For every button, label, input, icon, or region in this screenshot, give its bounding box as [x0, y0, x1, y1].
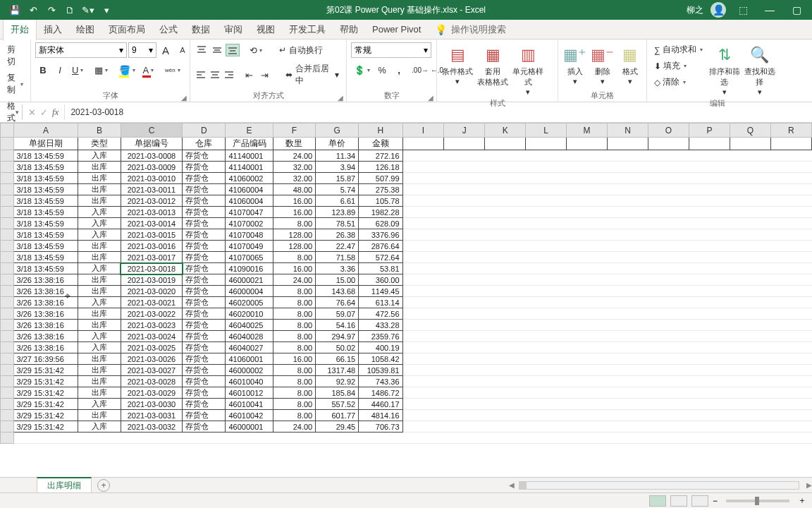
cell[interactable] [608, 365, 648, 376]
col-header-M[interactable]: M [567, 123, 608, 138]
cell[interactable]: 3/18 13:45:59 [13, 263, 78, 274]
cell[interactable]: 入库 [78, 421, 121, 433]
cell[interactable] [608, 387, 648, 399]
cell[interactable] [689, 229, 730, 241]
cell[interactable]: 存货仓 [183, 207, 226, 218]
cell[interactable]: 48.00 [273, 184, 316, 195]
cell[interactable] [402, 365, 444, 376]
cell[interactable] [402, 150, 444, 162]
cell[interactable]: 2021-03-0028 [121, 376, 182, 387]
cell[interactable] [444, 342, 485, 353]
cell[interactable] [485, 184, 526, 195]
cell[interactable]: 出库 [78, 286, 121, 297]
cell[interactable]: 2021-03-0019 [121, 274, 182, 286]
cell[interactable]: 存货仓 [183, 274, 226, 286]
ribbon-display-icon[interactable]: ⬚ [733, 3, 753, 17]
row-header[interactable] [1, 162, 14, 173]
cell[interactable]: 706.73 [359, 421, 402, 433]
touch-mode-icon[interactable]: ✎▾ [82, 4, 94, 16]
cell[interactable] [770, 308, 811, 320]
header-cell[interactable] [730, 138, 770, 150]
row-header[interactable] [1, 410, 14, 421]
maximize-icon[interactable]: ▢ [787, 3, 806, 17]
cell[interactable] [648, 207, 689, 218]
cell[interactable] [526, 286, 567, 297]
font-size-combo[interactable]: 9▾ [128, 42, 156, 58]
cell[interactable] [730, 342, 770, 353]
cell[interactable] [730, 252, 770, 263]
save-icon[interactable]: 💾 [8, 4, 21, 16]
cell[interactable] [444, 218, 485, 229]
row-header[interactable] [1, 263, 14, 274]
cell[interactable]: 存货仓 [183, 410, 226, 421]
cell[interactable] [567, 184, 608, 195]
cell[interactable] [485, 207, 526, 218]
cell[interactable] [770, 410, 811, 421]
ribbon-tab-2[interactable]: 绘图 [69, 19, 102, 40]
font-color-button[interactable]: A▾ [140, 62, 156, 78]
cell[interactable] [444, 297, 485, 308]
cell[interactable]: 存货仓 [183, 376, 226, 387]
spreadsheet-grid[interactable]: ABCDEFGHIJKLMNOPQR单据日期类型单据编号仓库产品编码数里单价金额… [0, 123, 812, 478]
cell[interactable]: 3/18 13:45:59 [13, 218, 78, 229]
cell[interactable]: 2021-03-0026 [121, 353, 182, 365]
new-file-icon[interactable]: 🗋 [63, 4, 76, 16]
align-bottom-icon[interactable] [226, 44, 240, 56]
cell[interactable] [485, 229, 526, 241]
cell[interactable]: 433.28 [359, 320, 402, 331]
cell[interactable] [689, 252, 730, 263]
cell[interactable] [444, 274, 485, 286]
cell[interactable]: 185.84 [316, 387, 359, 399]
redo-icon[interactable]: ↷ [45, 4, 58, 16]
cell[interactable]: 2021-03-0027 [121, 365, 182, 376]
cell[interactable]: 92.92 [316, 376, 359, 387]
cell[interactable]: 存货仓 [183, 342, 226, 353]
cell[interactable]: 3/29 15:31:42 [13, 399, 78, 410]
cell[interactable]: 143.68 [316, 286, 359, 297]
cell[interactable] [526, 150, 567, 162]
cell[interactable]: 出库 [78, 173, 121, 184]
align-center-icon[interactable] [209, 68, 221, 81]
cell[interactable]: 2021-03-0029 [121, 387, 182, 399]
cell[interactable] [485, 399, 526, 410]
cell[interactable]: 8.00 [273, 331, 316, 342]
italic-button[interactable]: I [52, 62, 68, 78]
cell[interactable] [689, 241, 730, 252]
cell[interactable] [770, 241, 811, 252]
cell[interactable] [183, 433, 226, 444]
header-cell[interactable] [444, 138, 485, 150]
font-dialog-launcher-icon[interactable]: ◢ [181, 94, 187, 102]
cell[interactable] [730, 331, 770, 342]
cell[interactable]: 15.00 [316, 274, 359, 286]
cell[interactable] [770, 286, 811, 297]
header-cell[interactable] [402, 138, 444, 150]
cell[interactable] [608, 241, 648, 252]
cell[interactable] [567, 229, 608, 241]
cell[interactable]: 出库 [78, 252, 121, 263]
cell[interactable] [485, 286, 526, 297]
format-cells-button[interactable]: ▦格式▾ [617, 42, 642, 86]
header-cell[interactable] [608, 138, 648, 150]
cell[interactable] [485, 297, 526, 308]
increase-decimal-icon[interactable]: .00→ [412, 62, 428, 78]
cell[interactable] [567, 410, 608, 421]
sheet-tab-active[interactable]: 出库明细 [37, 477, 92, 493]
cell[interactable]: 存货仓 [183, 320, 226, 331]
cell[interactable] [526, 353, 567, 365]
cell[interactable] [648, 331, 689, 342]
row-header[interactable] [1, 353, 14, 365]
cell[interactable] [526, 342, 567, 353]
cell[interactable] [648, 150, 689, 162]
cell[interactable] [485, 218, 526, 229]
cell[interactable]: 入库 [78, 229, 121, 241]
cell[interactable] [526, 173, 567, 184]
header-cell[interactable]: 金额 [359, 138, 402, 150]
cell[interactable] [121, 433, 182, 444]
ribbon-tab-6[interactable]: 审阅 [217, 19, 250, 40]
alignment-dialog-launcher-icon[interactable]: ◢ [338, 94, 343, 102]
cell[interactable] [567, 399, 608, 410]
cell[interactable]: 存货仓 [183, 399, 226, 410]
cell[interactable] [689, 433, 730, 444]
cell[interactable] [526, 218, 567, 229]
cell[interactable]: 8.00 [273, 387, 316, 399]
